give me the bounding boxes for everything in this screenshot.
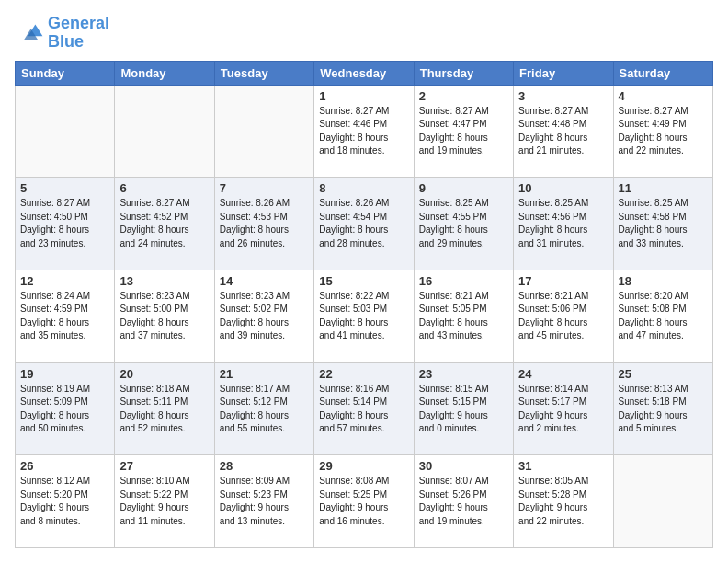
calendar-cell: 12Sunrise: 8:24 AM Sunset: 4:59 PM Dayli… xyxy=(16,270,115,362)
weekday-header-sunday: Sunday xyxy=(16,61,115,85)
calendar-week-2: 5Sunrise: 8:27 AM Sunset: 4:50 PM Daylig… xyxy=(16,178,713,270)
weekday-header-monday: Monday xyxy=(115,61,214,85)
day-number: 20 xyxy=(119,367,209,381)
day-info: Sunrise: 8:17 AM Sunset: 5:12 PM Dayligh… xyxy=(220,383,309,436)
logo: General Blue xyxy=(15,15,109,52)
day-info: Sunrise: 8:27 AM Sunset: 4:49 PM Dayligh… xyxy=(619,105,708,158)
calendar-cell: 8Sunrise: 8:26 AM Sunset: 4:54 PM Daylig… xyxy=(314,178,414,270)
day-number: 6 xyxy=(119,181,209,195)
day-number: 27 xyxy=(119,459,209,473)
calendar-cell: 29Sunrise: 8:08 AM Sunset: 5:25 PM Dayli… xyxy=(314,455,414,548)
day-info: Sunrise: 8:13 AM Sunset: 5:18 PM Dayligh… xyxy=(619,383,708,436)
day-info: Sunrise: 8:25 AM Sunset: 4:58 PM Dayligh… xyxy=(619,197,708,250)
day-info: Sunrise: 8:27 AM Sunset: 4:50 PM Dayligh… xyxy=(20,197,109,250)
day-info: Sunrise: 8:16 AM Sunset: 5:14 PM Dayligh… xyxy=(319,383,408,436)
day-info: Sunrise: 8:26 AM Sunset: 4:54 PM Dayligh… xyxy=(319,197,408,250)
day-number: 19 xyxy=(20,367,109,381)
calendar-week-3: 12Sunrise: 8:24 AM Sunset: 4:59 PM Dayli… xyxy=(16,270,713,362)
calendar-cell: 14Sunrise: 8:23 AM Sunset: 5:02 PM Dayli… xyxy=(214,270,313,362)
calendar-cell: 22Sunrise: 8:16 AM Sunset: 5:14 PM Dayli… xyxy=(314,362,414,455)
day-number: 4 xyxy=(619,89,708,103)
day-info: Sunrise: 8:25 AM Sunset: 4:55 PM Dayligh… xyxy=(419,197,508,250)
day-info: Sunrise: 8:26 AM Sunset: 4:53 PM Dayligh… xyxy=(220,197,309,250)
logo-icon xyxy=(15,18,44,48)
calendar-cell: 20Sunrise: 8:18 AM Sunset: 5:11 PM Dayli… xyxy=(115,362,214,455)
day-number: 12 xyxy=(20,274,109,288)
day-number: 25 xyxy=(619,367,708,381)
day-number: 5 xyxy=(20,181,109,195)
day-number: 31 xyxy=(518,459,608,473)
calendar-cell xyxy=(115,85,214,178)
calendar-cell: 9Sunrise: 8:25 AM Sunset: 4:55 PM Daylig… xyxy=(414,178,513,270)
day-info: Sunrise: 8:05 AM Sunset: 5:28 PM Dayligh… xyxy=(518,475,608,528)
day-info: Sunrise: 8:27 AM Sunset: 4:48 PM Dayligh… xyxy=(518,105,608,158)
calendar-cell: 5Sunrise: 8:27 AM Sunset: 4:50 PM Daylig… xyxy=(16,178,115,270)
calendar-cell: 10Sunrise: 8:25 AM Sunset: 4:56 PM Dayli… xyxy=(514,178,613,270)
day-number: 22 xyxy=(319,367,408,381)
calendar-cell: 28Sunrise: 8:09 AM Sunset: 5:23 PM Dayli… xyxy=(214,455,313,548)
calendar-cell: 21Sunrise: 8:17 AM Sunset: 5:12 PM Dayli… xyxy=(214,362,313,455)
day-number: 7 xyxy=(220,181,309,195)
day-info: Sunrise: 8:18 AM Sunset: 5:11 PM Dayligh… xyxy=(119,383,209,436)
calendar-cell: 30Sunrise: 8:07 AM Sunset: 5:26 PM Dayli… xyxy=(414,455,513,548)
day-info: Sunrise: 8:10 AM Sunset: 5:22 PM Dayligh… xyxy=(119,475,209,528)
calendar-cell: 6Sunrise: 8:27 AM Sunset: 4:52 PM Daylig… xyxy=(115,178,214,270)
day-info: Sunrise: 8:23 AM Sunset: 5:02 PM Dayligh… xyxy=(220,290,309,343)
calendar-cell: 16Sunrise: 8:21 AM Sunset: 5:05 PM Dayli… xyxy=(414,270,513,362)
calendar-cell: 25Sunrise: 8:13 AM Sunset: 5:18 PM Dayli… xyxy=(613,362,712,455)
calendar-cell: 2Sunrise: 8:27 AM Sunset: 4:47 PM Daylig… xyxy=(414,85,513,178)
day-info: Sunrise: 8:22 AM Sunset: 5:03 PM Dayligh… xyxy=(319,290,408,343)
day-info: Sunrise: 8:19 AM Sunset: 5:09 PM Dayligh… xyxy=(20,383,109,436)
calendar-cell: 23Sunrise: 8:15 AM Sunset: 5:15 PM Dayli… xyxy=(414,362,513,455)
day-number: 23 xyxy=(419,367,508,381)
calendar-cell: 13Sunrise: 8:23 AM Sunset: 5:00 PM Dayli… xyxy=(115,270,214,362)
calendar-cell: 11Sunrise: 8:25 AM Sunset: 4:58 PM Dayli… xyxy=(613,178,712,270)
calendar-cell: 26Sunrise: 8:12 AM Sunset: 5:20 PM Dayli… xyxy=(16,455,115,548)
day-info: Sunrise: 8:27 AM Sunset: 4:52 PM Dayligh… xyxy=(119,197,209,250)
day-number: 30 xyxy=(419,459,508,473)
calendar-week-4: 19Sunrise: 8:19 AM Sunset: 5:09 PM Dayli… xyxy=(16,362,713,455)
day-info: Sunrise: 8:23 AM Sunset: 5:00 PM Dayligh… xyxy=(119,290,209,343)
weekday-header-saturday: Saturday xyxy=(613,61,712,85)
day-number: 10 xyxy=(518,181,608,195)
calendar-cell xyxy=(613,455,712,548)
calendar-cell: 19Sunrise: 8:19 AM Sunset: 5:09 PM Dayli… xyxy=(16,362,115,455)
calendar-week-5: 26Sunrise: 8:12 AM Sunset: 5:20 PM Dayli… xyxy=(16,455,713,548)
day-info: Sunrise: 8:25 AM Sunset: 4:56 PM Dayligh… xyxy=(518,197,608,250)
calendar-cell: 31Sunrise: 8:05 AM Sunset: 5:28 PM Dayli… xyxy=(514,455,613,548)
day-number: 1 xyxy=(319,89,408,103)
page: General Blue SundayMondayTuesdayWednesda… xyxy=(0,0,728,563)
day-number: 28 xyxy=(220,459,309,473)
calendar-cell: 18Sunrise: 8:20 AM Sunset: 5:08 PM Dayli… xyxy=(613,270,712,362)
day-number: 11 xyxy=(619,181,708,195)
day-info: Sunrise: 8:14 AM Sunset: 5:17 PM Dayligh… xyxy=(518,383,608,436)
weekday-header-tuesday: Tuesday xyxy=(214,61,313,85)
day-info: Sunrise: 8:08 AM Sunset: 5:25 PM Dayligh… xyxy=(319,475,408,528)
day-number: 24 xyxy=(518,367,608,381)
day-number: 15 xyxy=(319,274,408,288)
weekday-header-thursday: Thursday xyxy=(414,61,513,85)
calendar-cell: 7Sunrise: 8:26 AM Sunset: 4:53 PM Daylig… xyxy=(214,178,313,270)
day-info: Sunrise: 8:27 AM Sunset: 4:47 PM Dayligh… xyxy=(419,105,508,158)
header: General Blue xyxy=(15,15,713,52)
day-number: 8 xyxy=(319,181,408,195)
weekday-header-friday: Friday xyxy=(514,61,613,85)
day-info: Sunrise: 8:24 AM Sunset: 4:59 PM Dayligh… xyxy=(20,290,109,343)
day-number: 9 xyxy=(419,181,508,195)
day-info: Sunrise: 8:21 AM Sunset: 5:05 PM Dayligh… xyxy=(419,290,508,343)
calendar-cell: 1Sunrise: 8:27 AM Sunset: 4:46 PM Daylig… xyxy=(314,85,414,178)
day-number: 16 xyxy=(419,274,508,288)
day-info: Sunrise: 8:12 AM Sunset: 5:20 PM Dayligh… xyxy=(20,475,109,528)
calendar-cell xyxy=(16,85,115,178)
calendar-cell: 17Sunrise: 8:21 AM Sunset: 5:06 PM Dayli… xyxy=(514,270,613,362)
calendar-week-1: 1Sunrise: 8:27 AM Sunset: 4:46 PM Daylig… xyxy=(16,85,713,178)
calendar-cell: 24Sunrise: 8:14 AM Sunset: 5:17 PM Dayli… xyxy=(514,362,613,455)
day-info: Sunrise: 8:07 AM Sunset: 5:26 PM Dayligh… xyxy=(419,475,508,528)
day-number: 2 xyxy=(419,89,508,103)
weekday-header-wednesday: Wednesday xyxy=(314,61,414,85)
calendar-cell: 4Sunrise: 8:27 AM Sunset: 4:49 PM Daylig… xyxy=(613,85,712,178)
day-info: Sunrise: 8:21 AM Sunset: 5:06 PM Dayligh… xyxy=(518,290,608,343)
day-number: 29 xyxy=(319,459,408,473)
day-info: Sunrise: 8:20 AM Sunset: 5:08 PM Dayligh… xyxy=(619,290,708,343)
day-number: 13 xyxy=(119,274,209,288)
